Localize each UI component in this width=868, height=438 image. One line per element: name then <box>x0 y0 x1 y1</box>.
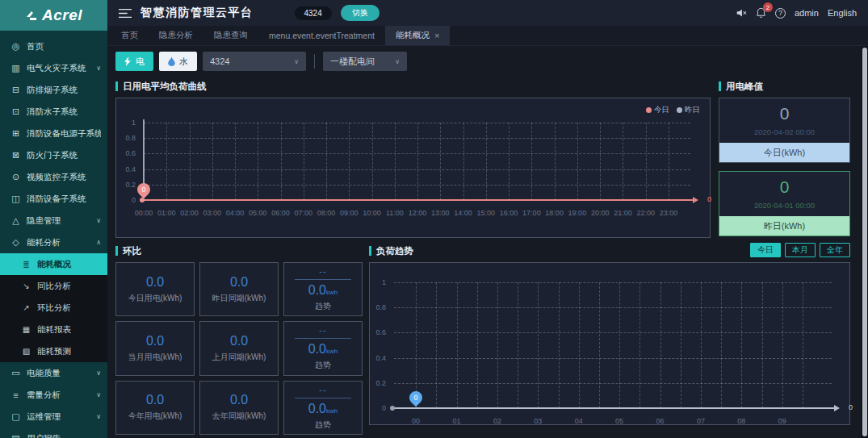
axis-tick: 16:00 <box>500 209 518 217</box>
axis-tick: 10:00 <box>363 209 381 217</box>
axis-tick: 02:00 <box>180 209 199 217</box>
axis-tick: 0.4 <box>125 165 136 173</box>
axis-tick: 01 <box>452 417 460 425</box>
demand-icon: ≡ <box>10 390 21 400</box>
axis-tick: 03 <box>534 417 542 425</box>
tab-hazard-query[interactable]: 隐患查询 <box>203 26 258 45</box>
chevron-down-icon: ∨ <box>395 58 400 65</box>
range-year-button[interactable]: 全年 <box>820 243 850 257</box>
range-month-button[interactable]: 本月 <box>785 243 816 257</box>
axis-tick: 07:00 <box>295 209 313 217</box>
sidebar-item-user-report[interactable]: ▤用户报告 <box>0 428 107 438</box>
sidebar-item-operation-management[interactable]: ▢运维管理∨ <box>0 406 107 428</box>
sidebar-item-power-quality[interactable]: ▭电能质量∨ <box>0 362 107 384</box>
sidebar-item-energy-overview[interactable]: ≣能耗概况 <box>0 253 107 275</box>
stat-card: 0.0今年用电(kWh) <box>115 381 195 435</box>
axis-tick: 22:00 <box>636 209 655 217</box>
peak-label-yesterday: 昨日(kWh) <box>719 216 849 236</box>
operation-icon: ▢ <box>10 411 21 422</box>
sidebar-item-energy-analysis[interactable]: ◇能耗分析∧ <box>0 232 107 253</box>
chart-legend[interactable]: 今日 昨日 <box>646 105 700 115</box>
chevron-down-icon: ∨ <box>96 217 101 224</box>
logo: Acrel <box>0 0 107 31</box>
stat-card: 0.0当月用电(kWh) <box>115 321 195 375</box>
user-menu[interactable]: admin <box>795 8 819 18</box>
device-select[interactable]: 4324 ∨ <box>203 52 306 71</box>
switch-button[interactable]: 切换 <box>341 5 379 21</box>
chevron-down-icon: ∨ <box>96 369 101 377</box>
axis-end-label: 0 <box>707 195 711 203</box>
load-curve-panel: 日用电平均负荷曲线 今日 昨日 10.80.60.40.20 0 0 00:00 <box>115 80 711 238</box>
mom-title: 环比 <box>115 244 363 257</box>
sidebar-item-energy-report[interactable]: ▦能耗报表 <box>0 319 107 340</box>
bell-icon[interactable]: 2 <box>756 7 766 19</box>
trend-divider <box>295 279 350 280</box>
stat-card: 0.0去年同期(kWh) <box>199 381 279 435</box>
axis-end-label: 0 <box>849 403 853 411</box>
chevron-up-icon: ∧ <box>96 239 101 246</box>
tab-home[interactable]: 首页 <box>111 26 149 45</box>
tab-energy-overview[interactable]: 能耗概况 × <box>385 26 450 45</box>
axis-tick: 0.6 <box>125 149 136 157</box>
peak-panel: 用电峰值 0 2020-04-02 00:00 今日(kWh) 0 2020-0… <box>719 80 850 238</box>
axis-tick: 04:00 <box>226 209 245 217</box>
home-icon: ◎ <box>10 41 21 52</box>
range-button-group: 今日 本月 全年 <box>746 243 850 257</box>
main-content: 日用电平均负荷曲线 今日 昨日 10.80.60.40.20 0 0 00:00 <box>107 77 862 438</box>
axis-tick: 00:00 <box>135 209 153 217</box>
sidebar-item-mom-analysis[interactable]: ↗环比分析 <box>0 297 107 319</box>
tab-bar: 首页 隐患分析 隐患查询 menu.event.eventTreatment 能… <box>107 26 868 46</box>
trend-card: --0.0kwh趋势 <box>283 321 363 375</box>
plot-area: 0 0 <box>144 123 690 200</box>
energy-analysis-submenu: ≣能耗概况 ↘同比分析 ↗环比分析 ▦能耗报表 ▧能耗预测 <box>0 253 107 362</box>
axis-tick: 15:00 <box>477 209 496 217</box>
close-icon[interactable]: × <box>434 31 439 40</box>
trend-up-icon: ↗ <box>21 303 31 312</box>
sidebar-item-hazard-management[interactable]: △隐患管理∨ <box>0 210 107 232</box>
notification-badge: 2 <box>763 2 773 12</box>
axis-arrow-icon <box>693 197 702 203</box>
electric-filter-button[interactable]: 电 <box>115 52 153 71</box>
sidebar-item-energy-forecast[interactable]: ▧能耗预测 <box>0 340 107 362</box>
axis-tick: 1 <box>382 278 386 286</box>
axis-tick: 03:00 <box>203 209 222 217</box>
axis-tick: 0.8 <box>125 134 136 142</box>
filter-bar: 电 水 4324 ∨ 一楼配电间 ∨ <box>107 46 868 77</box>
equipment-power-icon: ⊞ <box>10 128 21 139</box>
axis-tick: 14:00 <box>454 209 472 217</box>
sidebar-item-smoke-control[interactable]: ⊟防排烟子系统 <box>0 79 107 101</box>
menu-collapse-icon[interactable] <box>119 8 132 19</box>
mute-icon[interactable] <box>736 7 747 19</box>
water-filter-button[interactable]: 水 <box>159 52 197 71</box>
range-today-button[interactable]: 今日 <box>750 243 781 257</box>
axis-tick: 0 <box>132 196 136 204</box>
axis-tick: 0.4 <box>375 354 386 362</box>
stat-card: 0.0今日用电(kWh) <box>115 262 195 316</box>
axis-tick: 23:00 <box>660 209 678 217</box>
sidebar-item-fire-door[interactable]: ⊠防火门子系统 <box>0 144 107 166</box>
x-axis-line: 0 <box>392 407 835 409</box>
sidebar-item-fire-equipment-power[interactable]: ⊞消防设备电源子系统 <box>0 123 107 144</box>
axis-tick: 00 <box>412 417 420 425</box>
language-switch[interactable]: English <box>828 8 857 18</box>
sidebar-item-yoy-analysis[interactable]: ↘同比分析 <box>0 275 107 297</box>
sidebar-item-demand-analysis[interactable]: ≡需量分析∨ <box>0 384 107 406</box>
accent-bar <box>115 246 118 256</box>
sidebar-item-video-monitor[interactable]: ⊙视频监控子系统 <box>0 166 107 188</box>
accent-bar <box>369 246 371 256</box>
help-icon[interactable]: ? <box>775 8 786 19</box>
sidebar-item-fire-water[interactable]: ⊡消防水子系统 <box>0 101 107 123</box>
vertical-scrollbar[interactable] <box>862 46 868 438</box>
forecast-icon: ▧ <box>21 347 31 356</box>
x-axis-ticks: 00010203040506070809 <box>394 413 832 424</box>
tab-event-treatment[interactable]: menu.event.eventTreatment <box>258 26 385 45</box>
sidebar-item-electrical-fire[interactable]: ▥电气火灾子系统∨ <box>0 57 107 79</box>
stat-card: 0.0上月同期(kWh) <box>199 321 279 375</box>
axis-tick: 08 <box>737 417 745 425</box>
room-select[interactable]: 一楼配电间 ∨ <box>323 52 407 71</box>
sidebar-item-home[interactable]: ◎首页 <box>0 35 107 57</box>
tab-hazard-analysis[interactable]: 隐患分析 <box>149 26 203 45</box>
user-report-icon: ▤ <box>10 433 21 438</box>
scrollbar-thumb[interactable] <box>862 48 867 436</box>
sidebar-item-fire-equipment[interactable]: ◫消防设备子系统 <box>0 188 107 210</box>
